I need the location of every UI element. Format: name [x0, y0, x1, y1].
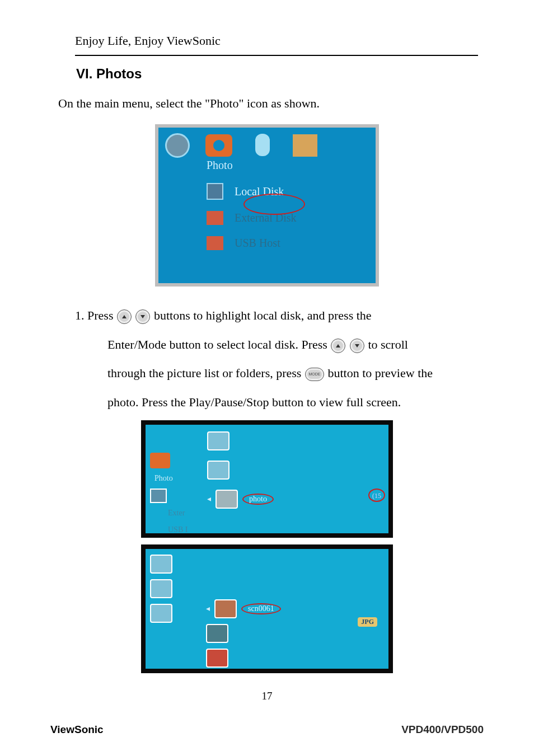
microphone-icon: [248, 134, 277, 157]
thumb-icon: [150, 604, 172, 623]
step-line2b: to scroll: [368, 337, 408, 351]
globe-icon: [165, 133, 190, 158]
intro-text: On the main menu, select the "Photo" ico…: [58, 96, 484, 111]
arrow-left-icon: ◂: [207, 494, 211, 504]
step-line1a: Press: [87, 308, 116, 322]
screenshot-main-menu: Photo Local Disk External Disk USB Host: [155, 124, 379, 287]
arrow-left-icon: ◂: [206, 604, 210, 613]
up-button-icon: [331, 339, 345, 353]
usb-label: USB I: [168, 525, 188, 537]
highlight-circle-local-disk: [243, 194, 305, 215]
file-thumb-icon: [214, 599, 237, 618]
step-line4: photo. Press the Play/Pause/Stop button …: [107, 388, 461, 417]
folder-thumb-icon: [207, 461, 229, 480]
screenshot-folder-list: Photo Exter USB I ◂ photo (15: [141, 420, 393, 538]
external-disk-icon: [207, 211, 223, 225]
exter-icon: [150, 509, 163, 520]
local-disk-icon: [207, 183, 223, 200]
camera-icon: [150, 453, 170, 468]
section-title: VI. Photos: [76, 66, 484, 82]
thumb-icon: [150, 555, 172, 574]
step-line3b: button to preview the: [327, 366, 433, 380]
page-number: 17: [50, 690, 484, 702]
camera-icon: [205, 134, 232, 157]
file-thumb-icon: [206, 649, 228, 668]
usb-host-label: USB Host: [235, 237, 280, 250]
up-button-icon: [117, 309, 132, 324]
step-1: 1. Press buttons to highlight local disk…: [75, 301, 461, 417]
exter-label: Exter: [168, 509, 185, 520]
down-button-icon: [135, 309, 150, 324]
footer-model: VPD400/VPD500: [401, 724, 484, 736]
step-line2a: Enter/Mode button to select local disk. …: [107, 337, 330, 351]
usb-host-icon: [207, 236, 223, 250]
header-divider: [75, 55, 478, 56]
file-name-highlight: scn0061: [241, 603, 281, 614]
item-count-highlight: (15: [368, 489, 385, 502]
mode-button-icon: [305, 368, 324, 381]
folder-thumb-icon: [207, 431, 229, 450]
photo-label: Photo: [154, 474, 188, 483]
folder-name-highlight: photo: [242, 494, 274, 505]
notepad-icon: [293, 134, 317, 157]
usb-icon: [150, 525, 163, 537]
file-thumb-icon: [206, 624, 228, 643]
screenshot-file-list: ◂ scn0061 JPG: [141, 544, 393, 673]
jpg-badge: JPG: [358, 617, 377, 627]
menu-photo-label: Photo: [207, 159, 369, 172]
thumb-icon: [150, 579, 172, 598]
folder-thumb-icon: [216, 490, 238, 509]
down-button-icon: [350, 339, 364, 353]
sd-icon: [150, 489, 167, 503]
header-tagline: Enjoy Life, Enjoy ViewSonic: [75, 34, 484, 48]
step-line1b: buttons to highlight local disk, and pre…: [154, 308, 372, 322]
step-number: 1.: [75, 308, 85, 322]
step-line3a: through the picture list or folders, pre…: [107, 366, 305, 380]
footer-brand: ViewSonic: [50, 724, 104, 736]
